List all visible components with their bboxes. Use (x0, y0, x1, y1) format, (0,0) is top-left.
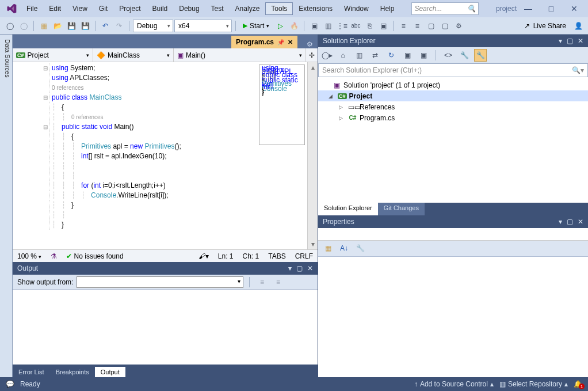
tab-options-icon[interactable]: ⚙ (302, 40, 318, 48)
code-line[interactable]: public class MainClass (49, 93, 121, 103)
code-line[interactable]: ┆ public static void Main() (49, 122, 133, 132)
se-tab-solution-explorer[interactable]: Solution Explorer (318, 203, 378, 215)
expand-icon[interactable]: ▷ (339, 115, 346, 121)
editor-scrollbar[interactable]: ▴▾ (307, 62, 318, 249)
tb-icon-5[interactable]: ⎘ (363, 20, 376, 32)
se-close-icon[interactable]: ✕ (578, 37, 583, 45)
solution-tree[interactable]: ▣ Solution 'project' (1 of 1 project) ◢ … (318, 77, 588, 203)
code-line[interactable]: ┆ ┆ ┆ ┆ Console.WriteLine(rslt[i]); (49, 191, 169, 200)
nav-project-combo[interactable]: C# Project (13, 48, 93, 62)
tb-icon-10[interactable]: ▢ (438, 20, 451, 32)
code-editor[interactable]: ⊟using System;using APLClasses;0 referen… (13, 62, 318, 249)
menu-view[interactable]: View (67, 2, 93, 15)
output-body[interactable] (13, 290, 318, 365)
hot-reload-button[interactable]: 🔥 (288, 20, 300, 32)
start-nodebug-button[interactable]: ▷ (274, 20, 287, 32)
save-all-button[interactable]: 💾 (79, 20, 91, 32)
tb-icon-8[interactable]: ≡ (411, 20, 423, 32)
se-btn-8[interactable]: <> (442, 49, 455, 62)
nav-fwd-button[interactable]: ◯ (17, 20, 30, 32)
redo-button[interactable]: ↷ (113, 20, 125, 32)
properties-body[interactable] (318, 257, 588, 378)
code-line[interactable]: ┆ ┆ 0 references (49, 112, 104, 122)
fold-toggle[interactable]: ⊟ (41, 93, 49, 103)
maximize-button[interactable]: □ (540, 1, 563, 17)
code-line[interactable]: ┆ ┆ ┆ Primitives apl = new Primitives(); (49, 142, 181, 151)
notifications-button[interactable]: 🔔 1 (574, 380, 582, 388)
code-line[interactable]: ┆ ┆ } (49, 200, 74, 210)
bottom-tab-breakpoints[interactable]: Breakpoints (50, 367, 95, 377)
prop-wrench-icon[interactable]: 🔧 (354, 242, 366, 255)
undo-button[interactable]: ↶ (99, 20, 112, 32)
menu-edit[interactable]: Edit (43, 2, 67, 15)
tb-icon-9[interactable]: ▢ (425, 20, 437, 32)
platform-combo[interactable]: x64 (174, 20, 232, 32)
bottom-tab-output[interactable]: Output (95, 367, 125, 377)
save-button[interactable]: 💾 (65, 20, 78, 32)
se-wrench-selected[interactable]: 🔧 (474, 49, 487, 62)
tb-icon-1[interactable]: ▣ (308, 20, 320, 32)
prop-pin-icon[interactable]: ▢ (567, 218, 573, 226)
code-line[interactable]: ┆ } (49, 220, 64, 230)
code-line[interactable]: ┆ ┆ ┆ (49, 171, 81, 181)
minimap[interactable]: using Systemusing APL0 refpublic class{0… (259, 64, 305, 145)
se-btn-7[interactable]: ▣ (417, 49, 430, 62)
search-box[interactable]: Search... 🔍 (411, 2, 479, 15)
select-repository-button[interactable]: ▥ Select Repository▴ (499, 380, 568, 388)
bottom-tab-error-list[interactable]: Error List (13, 367, 50, 377)
tree-solution-node[interactable]: ▣ Solution 'project' (1 of 1 project) (318, 79, 588, 90)
output-btn-1[interactable]: ≡ (255, 276, 268, 288)
code-line[interactable]: ┆ ┆ ┆ int[] rslt = apl.IndexGen(10); (49, 151, 166, 161)
open-button[interactable]: 📂 (51, 20, 64, 32)
se-btn-4[interactable]: ⇄ (369, 49, 381, 62)
fold-toggle[interactable]: ⊟ (41, 63, 49, 73)
split-editor-button[interactable]: ✢ (306, 48, 318, 62)
menu-debug[interactable]: Debug (173, 2, 205, 15)
expand-icon[interactable]: ▷ (339, 104, 346, 110)
code-line[interactable]: 0 references (49, 83, 84, 93)
fold-toggle[interactable]: ⊟ (41, 122, 49, 132)
se-tab-git-changes[interactable]: Git Changes (378, 203, 425, 215)
nav-class-combo[interactable]: 🔶 MainClass (93, 48, 174, 62)
code-line[interactable]: ┆ ┆ { (49, 132, 74, 142)
menu-window[interactable]: Window (338, 2, 375, 15)
config-combo[interactable]: Debug (133, 20, 173, 32)
menu-analyze[interactable]: Analyze (230, 2, 266, 15)
add-source-control-button[interactable]: ↑ Add to Source Control▴ (414, 380, 494, 388)
prop-close-icon[interactable]: ✕ (578, 218, 583, 226)
menu-help[interactable]: Help (375, 2, 400, 15)
zoom-combo[interactable]: 100 % (17, 252, 41, 260)
tb-icon-2[interactable]: ▥ (322, 20, 334, 32)
output-btn-2[interactable]: ≡ (272, 276, 284, 288)
feedback-icon[interactable]: 💬 (6, 380, 14, 388)
new-item-button[interactable]: ▦ (37, 20, 50, 32)
minimize-button[interactable]: — (517, 1, 540, 17)
prop-alpha-icon[interactable]: A↓ (338, 242, 350, 255)
tb-icon-3[interactable]: ⋮≡ (335, 20, 348, 32)
live-share-button[interactable]: ↗ Live Share (520, 22, 571, 30)
se-home-icon[interactable]: ⌂ (337, 49, 349, 62)
account-button[interactable]: 👤 (572, 20, 585, 32)
se-dropdown-icon[interactable]: ▾ (559, 37, 562, 45)
tree-project-node[interactable]: ◢ C# Project (318, 90, 588, 101)
menu-build[interactable]: Build (147, 2, 174, 15)
tree-references-node[interactable]: ▷ ▭▭ References (318, 101, 588, 112)
close-tab-icon[interactable]: ✕ (288, 39, 293, 46)
code-line[interactable]: ┆ ┆ (49, 210, 71, 220)
panel-dropdown-icon[interactable]: ▾ (288, 264, 292, 272)
health-icon[interactable]: ⚗ (51, 252, 57, 260)
se-search-box[interactable]: Search Solution Explorer (Ctrl+;) 🔍▾ (318, 63, 588, 77)
close-button[interactable]: ✕ (563, 1, 586, 17)
issues-indicator[interactable]: ✔ No issues found (66, 252, 124, 260)
menu-extensions[interactable]: Extensions (293, 2, 338, 15)
code-line[interactable]: using System; (49, 63, 95, 73)
menu-test[interactable]: Test (205, 2, 230, 15)
code-line[interactable]: ┆ { (49, 103, 64, 112)
tb-icon-11[interactable]: ⚙ (452, 20, 465, 32)
expand-icon[interactable]: ◢ (329, 93, 335, 99)
data-sources-tab[interactable]: Data Sources (0, 35, 13, 377)
panel-close-icon[interactable]: ✕ (307, 264, 313, 272)
nav-method-combo[interactable]: ▣ Main() (174, 48, 306, 62)
panel-pin-icon[interactable]: ▢ (296, 264, 303, 272)
nav-back-button[interactable]: ◯ (3, 20, 16, 32)
